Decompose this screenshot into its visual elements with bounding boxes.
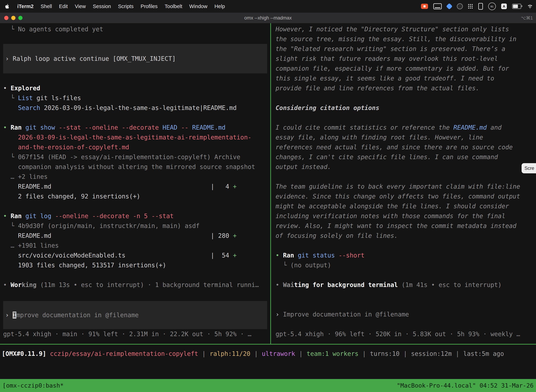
prompt-input-line[interactable]: › Improve documentation in @filename (5, 310, 265, 320)
apple-menu[interactable] (0, 4, 14, 9)
window-titlebar[interactable]: omx --xhigh --madmax ⌥⌘1 (0, 13, 536, 23)
input-source-icon[interactable]: A (501, 4, 507, 9)
menu-iterm2[interactable]: iTerm2 (14, 4, 37, 9)
pane-divider-horizontal[interactable] (0, 344, 536, 345)
waiting-status-line: • Waiting for background terminal (1m 41… (276, 280, 531, 290)
bullet-icon: • (3, 213, 10, 219)
reasoning-paragraph-1: However, I noticed the "Directory Struct… (276, 24, 531, 93)
omx-team: team:1 workers (307, 350, 359, 357)
menu-help[interactable]: Help (211, 4, 228, 9)
no-output-line: └ (no output) (276, 260, 531, 270)
agents-completed-line: └ No agents completed yet (3, 24, 267, 34)
phone-mirroring-icon[interactable] (478, 3, 483, 10)
reasoning-heading: Considering citation options (276, 103, 531, 113)
commit-line-1: └ 067f154 (HEAD -> essay/ai-reimplementa… (3, 152, 267, 162)
menu-bar: iTerm2 Shell Edit View Session Scripts P… (0, 0, 536, 13)
prompt-input[interactable]: › Improve documentation in @filename (3, 301, 267, 329)
apple-icon (5, 4, 10, 9)
omx-mode: ultrawork (262, 350, 295, 357)
log-commit-line: └ 4b9d30f (origin/main, instructkr/main,… (3, 221, 267, 231)
screen-recording-stop-icon[interactable] (421, 4, 428, 9)
prompt-chevron-icon: › (5, 55, 13, 62)
prompt-chevron-icon: › (276, 311, 283, 318)
ralph-loop-line: › Ralph loop active continue [OMX_TMUX_I… (5, 54, 265, 64)
pane-divider-vertical[interactable] (270, 23, 271, 344)
working-status-line: • Working (11m 13s • esc to interrupt) ·… (3, 280, 267, 290)
commit-line-2: companion analysis without altering the … (3, 162, 267, 172)
reasoning-paragraph-3: The team guideline is to back every impo… (276, 182, 531, 241)
menu-profiles[interactable]: Profiles (137, 4, 161, 9)
essay-filename-line-1: 2026-03-09-is-legal-the-same-as-legitima… (3, 132, 267, 142)
ran-git-show-line: • Ran git show --stat --oneline --decora… (3, 123, 267, 132)
tmux-host-time: "MacBook-Pro-44.local" 04:52 31-Mar-26 (397, 382, 534, 389)
terminal-window: └ No agents completed yet › Ralph loop a… (0, 23, 536, 392)
bullet-icon: • (276, 281, 283, 288)
omx-status-line: [OMX#0.11.9] cczip/essay/ai-reimplementa… (0, 349, 536, 359)
log-more-lines-note: … +1901 lines (3, 241, 267, 250)
bullet-icon: • (3, 281, 10, 288)
diffstat-readme-line: README.md | 4 + (3, 182, 267, 191)
ran-git-status-line: • Ran git status --short (276, 250, 531, 260)
raycast-icon[interactable] (446, 3, 453, 10)
window-title: omx --xhigh --madmax (0, 13, 536, 23)
branch-icon: └ (3, 94, 18, 102)
model-status-line-right: gpt-5.4 xhigh · 96% left · 520K in · 5.8… (276, 329, 531, 339)
menu-scripts[interactable]: Scripts (115, 4, 137, 9)
tmux-status-bar: [omx-cczip0:bash* "MacBook-Pro-44.local"… (0, 379, 536, 392)
battery-icon[interactable] (512, 4, 521, 9)
reasoning-paragraph-2: I could cite commit statistics or refere… (276, 123, 531, 172)
menu-view[interactable]: View (71, 4, 89, 9)
omx-session-time: session:12m (411, 350, 452, 357)
essay-filename-line-2: and-the-erosion-of-copyleft.md (3, 142, 267, 152)
bullet-icon: • (276, 252, 283, 259)
battery-percent-icon[interactable]: 61 (488, 2, 496, 10)
text-cursor: I (13, 312, 16, 319)
left-terminal-pane[interactable]: └ No agents completed yet › Ralph loop a… (0, 23, 270, 344)
menu-session[interactable]: Session (89, 4, 115, 9)
model-status-line: gpt-5.4 xhigh · main · 91% left · 2.31M … (3, 329, 267, 339)
log-stat-summary-line: 1903 files changed, 513517 insertions(+) (3, 260, 267, 270)
prompt-chevron-icon: › (5, 312, 13, 319)
circle-app-icon[interactable] (457, 3, 463, 9)
diffstat-summary-line: 2 files changed, 92 insertions(+) (3, 191, 267, 201)
omx-last-activity: last:5m ago (463, 350, 504, 357)
bullet-icon: • (3, 124, 10, 131)
input-source-letter: A (503, 5, 505, 9)
tmux-session-window[interactable]: [omx-cczip0:bash* (2, 382, 64, 389)
omx-session-path: cczip/essay/ai-reimplementation-copyleft (46, 350, 198, 357)
bullet-icon: • (3, 85, 10, 92)
prompt-input-line-right[interactable]: › Improve documentation in @filename (276, 309, 531, 319)
log-stat-voice-line: src/voice/voiceModeEnabled.ts | 54 + (3, 250, 267, 260)
omx-ralph-counter: ralph:11/20 (210, 350, 250, 357)
omx-version: [OMX#0.11.9] (2, 350, 46, 357)
menu-status-icons: 61 A (421, 2, 534, 10)
right-terminal-pane[interactable]: However, I noticed the "Directory Struct… (271, 23, 536, 344)
menu-toolbelt[interactable]: Toolbelt (161, 4, 186, 9)
explored-list-line: └ List git ls-files (3, 93, 267, 103)
log-stat-readme-line: README.md | 280 + (3, 231, 267, 241)
ralph-loop-banner: › Ralph loop active continue [OMX_TMUX_I… (3, 44, 267, 73)
wifi-icon[interactable] (526, 4, 534, 9)
keyboard-icon[interactable] (433, 3, 442, 9)
menu-window[interactable]: Window (186, 4, 211, 9)
screen-share-overlay[interactable]: Scre (522, 163, 536, 173)
menu-edit[interactable]: Edit (55, 4, 71, 9)
omx-turns: turns:10 (370, 350, 400, 357)
menu-shell[interactable]: Shell (37, 4, 56, 9)
readme-link: README.md (453, 124, 487, 131)
ran-git-log-line: • Ran git log --oneline --decorate -n 5 … (3, 211, 267, 221)
more-lines-note: … +2 lines (3, 172, 267, 182)
explored-search-line: Search 2026-03-09-is-legal-the-same-as-l… (3, 103, 267, 113)
explored-header: • Explored (3, 83, 267, 93)
window-shortcut: ⌥⌘1 (521, 13, 533, 23)
battery-percent-value: 61 (491, 5, 494, 8)
dots-grid-icon[interactable] (468, 4, 469, 5)
